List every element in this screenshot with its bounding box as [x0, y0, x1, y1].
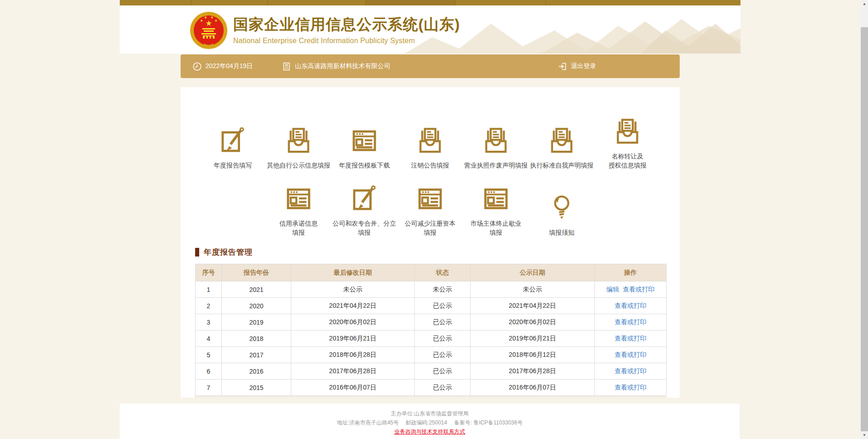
bulb-icon: [548, 194, 576, 222]
cell-year: 2016: [222, 363, 291, 380]
cell-year: 2017: [222, 347, 291, 363]
edit-link[interactable]: 编辑: [607, 286, 619, 293]
clock-icon: [192, 62, 202, 71]
top-nav-divider: [191, 0, 191, 5]
view-print-link[interactable]: 查看或打印: [615, 302, 647, 309]
view-print-link[interactable]: 查看或打印: [615, 318, 647, 326]
shortcut-capital-reduction[interactable]: 公司减少注册资本填报: [397, 183, 463, 237]
top-nav-divider: [365, 0, 366, 5]
inbox-icon: [416, 127, 444, 155]
cell-status: 已公示: [415, 380, 471, 396]
cell-ops: 查看或打印: [595, 363, 667, 380]
shortcut-row-2: 信用承诺信息填报 公司和农专合并、分立填报 公司减少注册资本填报 市场主体终止歇…: [181, 183, 680, 237]
shortcut-label: 公司减少注册资本: [405, 219, 456, 228]
cell-seq: 5: [196, 347, 222, 363]
national-emblem-logo: ★ ★ ★ ★ ★: [190, 11, 228, 49]
col-header-modified: 最后修改日期: [291, 264, 415, 281]
view-print-link[interactable]: 查看或打印: [615, 351, 647, 358]
shortcut-label: 年度报告模板下载: [339, 161, 390, 170]
scrollbar[interactable]: ▲ ▼: [861, 0, 868, 439]
cell-modified: 2017年06月28日: [291, 363, 415, 380]
shortcut-label: 营业执照作废声明填报: [464, 161, 528, 170]
info-bar: 2022年04月19日 山东高速路用新材料技术有限公司 退出登录: [181, 54, 680, 78]
page-footer: 主办单位:山东省市场监督管理局 地址:济南市燕子山路45号 邮政编码:25001…: [120, 404, 740, 439]
inbox-icon: [613, 118, 642, 146]
table-row: 7 2015 2016年06月07日 已公示 2016年06月07日 查看或打印: [196, 380, 667, 396]
shortcut-name-transfer-authorization[interactable]: 名称转让及授权信息填报: [595, 116, 661, 170]
cell-status: 已公示: [415, 347, 471, 363]
scrollbar-down-arrow[interactable]: ▼: [861, 431, 868, 439]
table-row: 6 2016 2017年06月28日 已公示 2017年06月28日 查看或打印: [196, 363, 667, 380]
cell-seq: 4: [196, 330, 222, 347]
inbox-icon: [284, 127, 313, 155]
shortcut-label: 其他自行公示信息填报: [267, 161, 330, 170]
svg-text:★: ★: [200, 19, 203, 23]
cell-modified: 2019年06月21日: [291, 330, 415, 347]
cell-status: 未公示: [415, 281, 471, 298]
cell-published: 2018年06月12日: [471, 347, 595, 363]
cell-status: 已公示: [415, 330, 471, 347]
top-nav-divider: [267, 0, 268, 5]
company-name: 山东高速路用新材料技术有限公司: [295, 62, 390, 70]
shortcut-business-suspension[interactable]: 市场主体终止歇业填报: [463, 183, 529, 237]
shortcut-filing-notes[interactable]: 填报须知: [529, 183, 595, 237]
logout-button[interactable]: 退出登录: [558, 62, 596, 71]
shortcut-standard-self-declaration[interactable]: 执行标准自我声明填报: [529, 116, 595, 170]
shortcut-label: 填报: [333, 228, 396, 237]
cell-published: 2019年06月21日: [471, 330, 595, 347]
cell-published: 2021年04月22日: [471, 298, 595, 314]
shortcut-label: 填报: [471, 228, 521, 237]
template-icon: [416, 185, 444, 213]
shortcut-label: 公司和农专合并、分立: [333, 219, 396, 228]
cell-modified: 2018年06月28日: [291, 347, 415, 363]
section-marker: [195, 248, 199, 256]
cell-ops: 查看或打印: [595, 298, 667, 314]
cell-published: 2016年06月07日: [471, 380, 595, 396]
view-print-link[interactable]: 查看或打印: [623, 286, 655, 293]
col-header-published: 公示日期: [471, 264, 595, 281]
cell-ops: 查看或打印: [595, 314, 667, 330]
shortcut-label: 授权信息填报: [608, 161, 647, 170]
col-header-seq: 序号: [196, 264, 222, 281]
cell-seq: 2: [196, 298, 222, 314]
table-row: 5 2017 2018年06月28日 已公示 2018年06月12日 查看或打印: [196, 347, 667, 363]
cell-seq: 7: [196, 380, 222, 396]
col-header-year: 报告年份: [222, 264, 291, 281]
edit-icon: [350, 185, 378, 213]
cell-ops: 查看或打印: [595, 347, 667, 363]
shortcut-annual-report-write[interactable]: 年度报告填写: [200, 116, 266, 170]
table-row: 3 2019 2020年06月02日 已公示 2020年06月02日 查看或打印: [196, 314, 667, 330]
scrollbar-thumb[interactable]: [861, 27, 868, 431]
cell-seq: 1: [196, 281, 222, 298]
shortcut-template-download[interactable]: 年度报告模板下载: [332, 116, 397, 170]
cell-year: 2020: [222, 298, 291, 314]
col-header-ops: 操作: [595, 264, 667, 281]
view-print-link[interactable]: 查看或打印: [615, 335, 647, 342]
cell-year: 2019: [222, 314, 291, 330]
cell-published: 2017年06月28日: [471, 363, 595, 380]
cell-published: 2020年06月02日: [471, 314, 595, 330]
shortcut-row-1: 年度报告填写 其他自行公示信息填报 年度报告模板下载 注销公告填报 营业执照作废…: [181, 116, 680, 170]
view-print-link[interactable]: 查看或打印: [615, 367, 647, 375]
main-content-card: 年度报告填写 其他自行公示信息填报 年度报告模板下载 注销公告填报 营业执照作废…: [181, 87, 680, 398]
logout-label: 退出登录: [571, 62, 596, 70]
top-nav-divider: [456, 0, 456, 5]
shortcut-label: 填报: [405, 228, 456, 237]
scrollbar-up-arrow[interactable]: ▲: [861, 0, 868, 8]
footer-support-link[interactable]: 业务咨询与技术支持联系方式: [394, 427, 465, 436]
shortcut-cancellation-notice[interactable]: 注销公告填报: [397, 116, 463, 170]
shortcut-merger-division[interactable]: 公司和农专合并、分立填报: [332, 183, 397, 237]
id-card-icon: [282, 62, 291, 71]
cell-ops: 查看或打印: [595, 380, 667, 396]
shortcut-label: 信用承诺信息: [280, 219, 318, 228]
cell-ops: 查看或打印: [595, 330, 667, 347]
inbox-icon: [482, 127, 510, 155]
view-print-link[interactable]: 查看或打印: [615, 384, 647, 391]
site-header: ★ ★ ★ ★ ★ 国家企业信用信息公示系统(山东) National Ente…: [120, 5, 740, 54]
table-header-row: 序号 报告年份 最后修改日期 状态 公示日期 操作: [196, 264, 667, 281]
shortcut-credit-commitment[interactable]: 信用承诺信息填报: [266, 183, 332, 237]
shortcut-other-publicity-info[interactable]: 其他自行公示信息填报: [266, 116, 332, 170]
shortcut-license-void-declaration[interactable]: 营业执照作废声明填报: [463, 116, 529, 170]
table-row: 2 2020 2021年04月22日 已公示 2021年04月22日 查看或打印: [196, 298, 667, 314]
cell-status: 已公示: [415, 363, 471, 380]
